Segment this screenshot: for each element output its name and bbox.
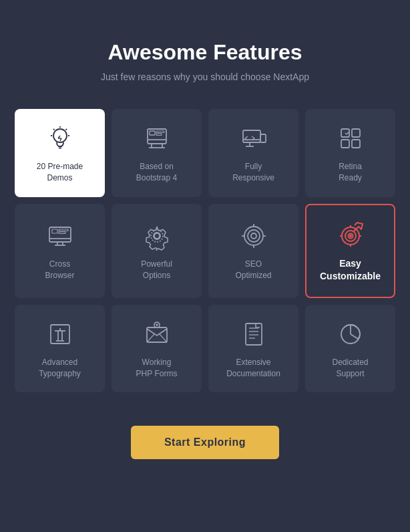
svg-line-6	[53, 129, 55, 130]
gear-icon	[141, 220, 173, 252]
seo-label: SEOOptimized	[235, 259, 271, 281]
svg-rect-35	[59, 232, 65, 234]
svg-rect-33	[52, 229, 57, 233]
card-bootstrap[interactable]: Based onBootstrap 4	[112, 109, 202, 197]
mail-icon	[141, 318, 173, 350]
support-label: DedicatedSupport	[332, 357, 368, 380]
monitor-icon	[44, 220, 76, 252]
docs-label: ExtensiveDocumentation	[226, 357, 280, 380]
card-demos[interactable]: 20 Pre-madeDemos	[15, 109, 105, 197]
bootstrap-icon	[141, 122, 173, 154]
card-crossbrowser[interactable]: CrossBrowser	[15, 204, 105, 298]
features-grid: 20 Pre-madeDemos Based onBootstrap 4	[15, 109, 395, 392]
svg-rect-15	[156, 134, 162, 136]
svg-point-53	[349, 235, 352, 237]
svg-rect-25	[352, 129, 360, 137]
retina-icon	[335, 122, 367, 154]
card-retina[interactable]: RetinaReady	[305, 109, 395, 197]
svg-rect-20	[260, 134, 266, 142]
crossbrowser-label: CrossBrowser	[45, 259, 74, 281]
typography-label: AdvancedTypography	[39, 357, 81, 380]
svg-rect-26	[341, 140, 349, 148]
svg-rect-14	[156, 131, 164, 133]
page-subtitle: Just few reasons why you should choose N…	[101, 72, 309, 82]
card-phpforms[interactable]: WorkingPHP Forms	[112, 305, 202, 393]
phpforms-label: WorkingPHP Forms	[136, 357, 178, 380]
svg-rect-64	[246, 323, 262, 345]
card-powerful[interactable]: PowerfulOptions	[112, 204, 202, 298]
bootstrap-label: Based onBootstrap 4	[136, 161, 177, 184]
target-red-icon	[335, 219, 367, 251]
demos-label: 20 Pre-madeDemos	[37, 161, 83, 184]
svg-rect-34	[59, 229, 68, 231]
svg-line-7	[65, 129, 67, 130]
start-exploring-button[interactable]: Start Exploring	[131, 426, 279, 459]
card-easy[interactable]: EasyCustomizable	[305, 204, 395, 298]
easy-label: EasyCustomizable	[320, 257, 381, 283]
responsive-label: FullyResponsive	[232, 161, 274, 184]
page-title: Awesome Features	[101, 40, 309, 65]
card-docs[interactable]: ExtensiveDocumentation	[208, 305, 298, 393]
card-support[interactable]: DedicatedSupport	[305, 305, 395, 393]
typography-icon	[44, 318, 76, 350]
responsive-icon	[238, 122, 270, 154]
lightbulb-icon	[44, 122, 76, 154]
doc-icon	[238, 318, 270, 350]
svg-point-41	[251, 233, 256, 239]
svg-rect-27	[352, 140, 360, 148]
retina-label: RetinaReady	[339, 161, 362, 184]
svg-point-40	[248, 230, 260, 242]
page-header: Awesome Features Just few reasons why yo…	[101, 40, 309, 82]
card-responsive[interactable]: FullyResponsive	[208, 109, 298, 197]
card-seo[interactable]: SEOOptimized	[208, 204, 298, 298]
card-typography[interactable]: AdvancedTypography	[15, 305, 105, 393]
svg-point-38	[151, 230, 163, 242]
powerful-label: PowerfulOptions	[141, 259, 172, 281]
svg-point-37	[154, 233, 160, 239]
target-icon	[238, 220, 270, 252]
pie-icon	[335, 318, 367, 350]
svg-rect-13	[150, 131, 155, 135]
